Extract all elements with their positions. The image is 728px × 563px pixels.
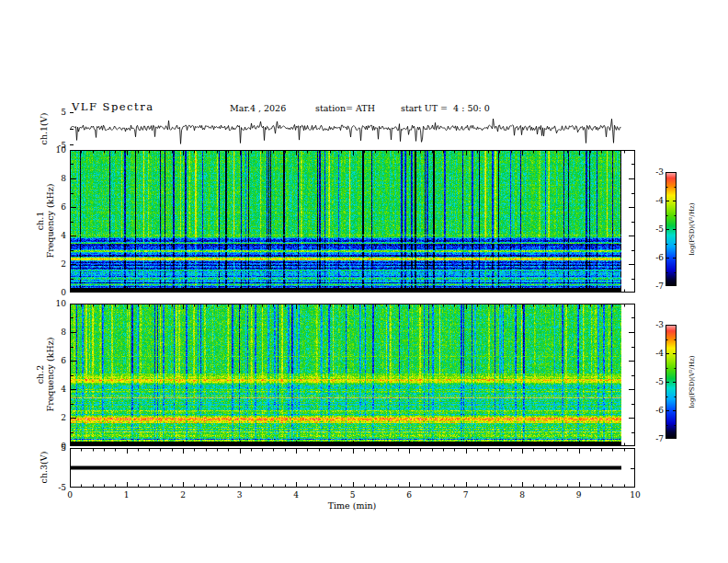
x-axis-tick-label: 6: [402, 490, 416, 500]
x-axis-tick-label: 5: [346, 490, 360, 500]
colorbar-tick-label: -6: [644, 253, 664, 262]
colorbar-tick-label: -5: [644, 224, 664, 234]
colorbar2-canvas: [665, 325, 677, 439]
colorbar-tick-label: -7: [644, 434, 664, 443]
x-axis-tick-label: 2: [176, 490, 190, 500]
voltage-tick-label: 5: [48, 108, 66, 117]
frequency-tick-label: 6: [48, 356, 66, 365]
frequency-tick-label: 6: [48, 202, 66, 212]
ch1-voltage-axis-label: ch.1(V): [39, 113, 49, 145]
ch2-axis-ylabel: Frequency (kHz): [45, 338, 55, 412]
x-axis-tick-label: 4: [289, 490, 303, 500]
colorbar-tick-label: -4: [644, 196, 664, 205]
ch1-spectrogram-canvas: [70, 150, 635, 293]
colorbar-tick-label: -7: [644, 282, 664, 291]
frequency-tick-label: 4: [48, 231, 66, 240]
frequency-tick-label: 0: [48, 288, 66, 297]
ch3-waveform-canvas: [70, 448, 635, 488]
x-axis-tick-label: 3: [233, 490, 247, 500]
voltage-tick-label: 5: [48, 443, 66, 453]
frequency-tick-label: 2: [48, 413, 66, 422]
vlf-spectra-figure: VLF Spectra Mar.4 , 2026 station= ATH st…: [0, 0, 728, 563]
frequency-tick-label: 10: [48, 299, 66, 308]
frequency-tick-label: 4: [48, 385, 66, 394]
x-axis-tick-label: 1: [119, 490, 134, 500]
colorbar-tick-label: -6: [644, 406, 664, 415]
x-axis-tick-label: 10: [628, 490, 643, 500]
voltage-tick-label: -5: [48, 483, 66, 492]
frequency-tick-label: 8: [48, 327, 66, 337]
x-axis-tick-label: 9: [572, 490, 586, 500]
colorbar-tick-label: -4: [644, 349, 664, 358]
figure-title: VLF Spectra: [72, 100, 154, 113]
ch1-waveform-canvas: [70, 112, 635, 145]
ch2-frequency-axis-label: ch.2 Frequency (kHz): [35, 338, 55, 412]
colorbar1-label: log(PSD)(V²/Hz): [688, 203, 696, 256]
x-axis-tick-label: 7: [459, 490, 473, 500]
ch2-spectrogram-canvas: [70, 304, 635, 446]
frequency-tick-label: 2: [48, 259, 66, 269]
voltage-tick-label: -5: [48, 141, 66, 150]
colorbar-tick-label: -5: [644, 377, 664, 386]
colorbar2-label: log(PSD)(V²/Hz): [688, 356, 696, 408]
ch1-axis-channel: ch.1: [35, 184, 45, 259]
ch2-axis-channel: ch.2: [35, 338, 45, 412]
colorbar1-canvas: [665, 172, 677, 286]
frequency-tick-label: 8: [48, 174, 66, 183]
colorbar-tick-label: -3: [644, 320, 664, 329]
colorbar-tick-label: -3: [644, 167, 664, 177]
x-axis-label: Time (min): [328, 500, 377, 511]
ch3-voltage-axis-label: ch.3(V): [39, 452, 49, 484]
x-axis-tick-label: 8: [515, 490, 529, 500]
ch1-frequency-axis-label: ch.1 Frequency (kHz): [35, 184, 55, 259]
ch1-axis-ylabel: Frequency (kHz): [45, 184, 55, 259]
